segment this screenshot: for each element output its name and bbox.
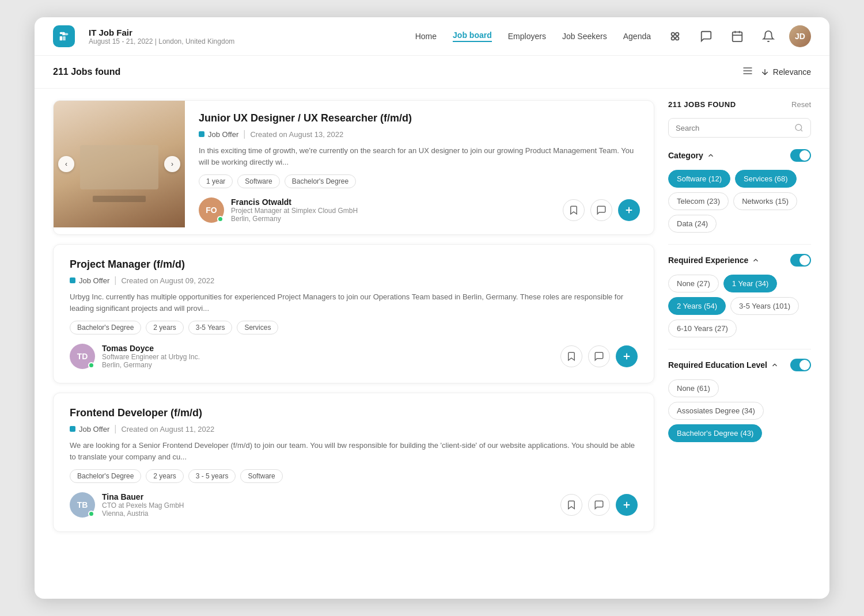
poster-name-2: Tomas Doyce <box>102 344 200 353</box>
poster-title-2: Software Engineer at Urbyg Inc. <box>102 353 200 361</box>
job-content-1: Junior UX Designer / UX Researcher (f/m/… <box>185 101 654 234</box>
filter-tag-bachelors-edu[interactable]: Bachelor's Degree (43) <box>668 424 762 442</box>
job-card-simple-3: Frontend Developer (f/m/d) Job Offer | C… <box>54 393 654 531</box>
job-actions-1 <box>563 199 640 221</box>
message-btn-2[interactable] <box>588 345 610 367</box>
job-image-1: ‹ › <box>54 101 185 227</box>
filter-tag-2years[interactable]: 2 Years (54) <box>668 297 726 315</box>
apps-icon[interactable] <box>665 26 685 47</box>
add-btn-3[interactable] <box>616 494 638 516</box>
header-icons: JD <box>665 25 811 47</box>
filter-experience-header: Required Experience ✓ <box>668 254 811 267</box>
svg-rect-1 <box>63 36 66 40</box>
list-view-icon[interactable] <box>742 65 753 79</box>
logo[interactable] <box>53 25 75 47</box>
add-btn-2[interactable] <box>616 345 638 367</box>
job-meta-3: Job Offer | Created on August 11, 2022 <box>70 424 638 434</box>
filter-tag-associates[interactable]: Assosiates Degree (34) <box>668 402 764 420</box>
job-footer-2: TD Tomas Doyce Software Engineer at Urby… <box>70 344 638 369</box>
filter-category-title: Category <box>668 151 715 160</box>
chevron-up-icon[interactable] <box>707 151 715 159</box>
filter-tag-data[interactable]: Data (24) <box>668 215 717 233</box>
filter-tag-none-edu[interactable]: None (61) <box>668 379 719 397</box>
image-prev-btn[interactable]: ‹ <box>58 156 74 172</box>
job-desc-3: We are looking for a Senior Frontend Dev… <box>70 440 638 462</box>
sidebar-title: 211 JOBS FOUND <box>668 100 736 109</box>
tag-2years-2[interactable]: 2 years <box>146 321 183 334</box>
job-offer-badge-1: Job Offer <box>199 130 238 139</box>
filter-tag-none-exp[interactable]: None (27) <box>668 275 719 292</box>
job-card-3: Frontend Developer (f/m/d) Job Offer | C… <box>53 393 654 532</box>
education-toggle[interactable]: ✓ <box>790 359 811 371</box>
job-tags-2: Bachelor's Degree 2 years 3-5 Years Serv… <box>70 321 638 334</box>
tag-bachelors-2[interactable]: Bachelor's Degree <box>70 321 141 334</box>
filter-tag-1year[interactable]: 1 Year (34) <box>723 275 778 292</box>
tag-bachelors-3[interactable]: Bachelor's Degree <box>70 469 141 483</box>
filter-tag-35years[interactable]: 3-5 Years (101) <box>730 297 799 315</box>
job-offer-badge-2: Job Offer <box>70 276 109 285</box>
category-toggle[interactable]: ✓ <box>790 149 811 162</box>
calendar-icon[interactable] <box>727 26 748 47</box>
job-actions-3 <box>560 494 638 516</box>
nav-item-employers[interactable]: Employers <box>508 32 546 41</box>
filter-tag-610years[interactable]: 6-10 Years (27) <box>668 320 737 337</box>
svg-point-2 <box>672 33 675 36</box>
message-btn-3[interactable] <box>588 494 610 516</box>
tag-35years-3[interactable]: 3 - 5 years <box>188 469 236 483</box>
bookmark-btn-3[interactable] <box>560 494 582 516</box>
reset-btn[interactable]: Reset <box>791 100 811 109</box>
job-actions-2 <box>560 345 638 367</box>
tag-1year[interactable]: 1 year <box>199 174 233 188</box>
svg-rect-6 <box>733 32 742 41</box>
filter-tag-software[interactable]: Software (12) <box>668 170 730 188</box>
nav-item-agenda[interactable]: Agenda <box>623 32 651 41</box>
tag-35years-2[interactable]: 3-5 Years <box>188 321 233 334</box>
bookmark-btn-2[interactable] <box>560 345 582 367</box>
nav-item-job-board[interactable]: Job board <box>453 31 492 42</box>
poster-details-1: Francis Otwaldt Project Manager at Simpl… <box>231 197 358 223</box>
experience-toggle[interactable]: ✓ <box>790 254 811 267</box>
bell-icon[interactable] <box>758 26 779 47</box>
message-btn-1[interactable] <box>590 199 612 221</box>
job-offer-badge-3: Job Offer <box>70 425 109 434</box>
poster-info-1: FO Francis Otwaldt Project Manager at Si… <box>199 197 358 223</box>
sidebar-header: 211 JOBS FOUND Reset <box>668 100 811 109</box>
search-icon <box>794 123 804 132</box>
jobs-found-label: 211 Jobs found <box>53 67 120 77</box>
job-meta-2: Job Offer | Created on August 09, 2022 <box>70 275 638 286</box>
offer-dot-2 <box>70 277 75 283</box>
nav-item-home[interactable]: Home <box>415 32 437 41</box>
brand-info: IT Job Fair August 15 - 21, 2022 | Londo… <box>89 28 401 45</box>
job-created-1: Created on August 13, 2022 <box>250 130 343 139</box>
job-tags-1: 1 year Software Bachelor's Degree <box>199 174 640 188</box>
filter-tag-services[interactable]: Services (68) <box>735 170 797 188</box>
tag-software[interactable]: Software <box>237 174 279 188</box>
tag-bachelors[interactable]: Bachelor's Degree <box>285 174 356 188</box>
education-filter-tags: None (61) Assosiates Degree (34) Bachelo… <box>668 379 811 442</box>
chevron-up-icon-2[interactable] <box>752 256 760 264</box>
job-card-inner-1: ‹ › Junior UX Designer / UX Researcher (… <box>54 101 654 234</box>
brand-name: IT Job Fair <box>89 28 401 37</box>
user-avatar[interactable]: JD <box>789 25 811 47</box>
divider-2 <box>668 349 811 349</box>
sort-relevance-btn[interactable]: Relevance <box>760 67 811 77</box>
sidebar-search-input[interactable] <box>676 124 790 132</box>
tag-services-2[interactable]: Services <box>237 321 278 334</box>
add-btn-1[interactable] <box>618 199 640 221</box>
poster-info-2: TD Tomas Doyce Software Engineer at Urby… <box>70 344 200 369</box>
tag-software-3[interactable]: Software <box>240 469 282 483</box>
image-next-btn[interactable]: › <box>164 156 180 172</box>
nav-item-job-seekers[interactable]: Job Seekers <box>562 32 607 41</box>
filter-category: Category ✓ Software (12) Services (68) T… <box>668 149 811 233</box>
chevron-up-icon-3[interactable] <box>771 361 779 369</box>
filter-education-header: Required Education Level ✓ <box>668 359 811 371</box>
job-type-1: Job Offer <box>208 130 238 139</box>
poster-name-3: Tina Bauer <box>102 492 184 501</box>
filter-tag-networks[interactable]: Networks (15) <box>733 192 797 210</box>
main-nav: HomeJob boardEmployersJob SeekersAgenda <box>415 31 651 42</box>
job-title-3: Frontend Developer (f/m/d) <box>70 407 638 419</box>
tag-2years-3[interactable]: 2 years <box>146 469 183 483</box>
chat-icon[interactable] <box>696 26 717 47</box>
filter-tag-telecom[interactable]: Telecom (23) <box>668 192 729 210</box>
bookmark-btn-1[interactable] <box>563 199 585 221</box>
